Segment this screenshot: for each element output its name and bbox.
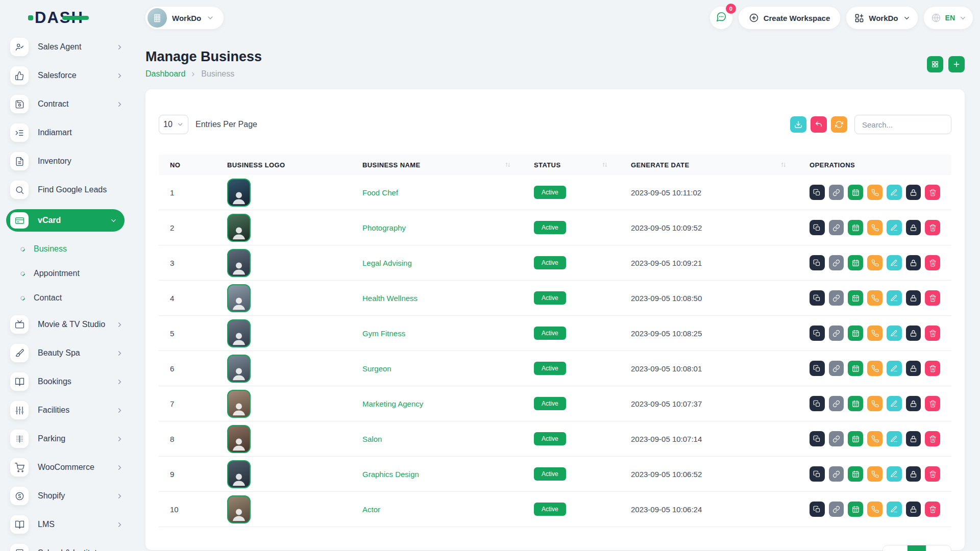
undo-button[interactable] — [811, 116, 827, 133]
contact-button[interactable] — [867, 255, 883, 270]
edit-button[interactable] — [887, 431, 902, 446]
sidebar-item-inventory[interactable]: Inventory — [10, 152, 133, 170]
contact-button[interactable] — [867, 325, 883, 341]
business-name-link[interactable]: Marketing Agency — [362, 399, 423, 408]
appointment-button[interactable] — [848, 325, 863, 341]
link-button[interactable] — [829, 325, 844, 341]
link-button[interactable] — [829, 396, 844, 411]
column-header-no[interactable]: NO — [159, 161, 216, 169]
sidebar-item-contract[interactable]: Contract — [10, 95, 133, 113]
pagination-next[interactable] — [926, 545, 951, 551]
copy-button[interactable] — [810, 466, 825, 482]
business-name-link[interactable]: Gym Fitness — [362, 329, 405, 338]
edit-button[interactable] — [887, 466, 902, 482]
contact-button[interactable] — [867, 220, 883, 235]
edit-button[interactable] — [887, 255, 902, 270]
sidebar-item-sales-agent[interactable]: Sales Agent — [10, 38, 133, 56]
business-name-link[interactable]: Food Chef — [362, 188, 398, 197]
edit-button[interactable] — [887, 325, 902, 341]
contact-button[interactable] — [867, 290, 883, 306]
edit-button[interactable] — [887, 185, 902, 200]
delete-button[interactable] — [925, 431, 940, 446]
sidebar-item-bookings[interactable]: Bookings — [10, 372, 133, 391]
appointment-button[interactable] — [848, 255, 863, 270]
business-name-link[interactable]: Salon — [362, 435, 382, 443]
lock-button[interactable] — [906, 220, 921, 235]
business-name-link[interactable]: Legal Advising — [362, 259, 412, 267]
create-workspace-button[interactable]: Create Workspace — [739, 7, 841, 29]
lock-button[interactable] — [906, 502, 921, 517]
app-logo[interactable]: DASH — [0, 0, 133, 36]
lock-button[interactable] — [906, 290, 921, 306]
lock-button[interactable] — [906, 361, 921, 376]
delete-button[interactable] — [925, 466, 940, 482]
edit-button[interactable] — [887, 220, 902, 235]
sidebar-item-lms[interactable]: LMS — [10, 515, 133, 534]
contact-button[interactable] — [867, 502, 883, 517]
delete-button[interactable] — [925, 502, 940, 517]
sidebar-item-woocommerce[interactable]: WooCommerce — [10, 458, 133, 477]
sidebar-item-facilities[interactable]: Facilities — [10, 401, 133, 419]
sidebar-item-indiamart[interactable]: Indiamart — [10, 123, 133, 142]
copy-button[interactable] — [810, 431, 825, 446]
copy-button[interactable] — [810, 290, 825, 306]
appointment-button[interactable] — [848, 290, 863, 306]
pagination-page-1[interactable] — [908, 545, 926, 551]
link-button[interactable] — [829, 290, 844, 306]
sidebar-item-shopify[interactable]: Shopify — [10, 487, 133, 505]
column-header-generate-date[interactable]: GENERATE DATE — [620, 161, 798, 169]
edit-button[interactable] — [887, 361, 902, 376]
workspace-selector[interactable]: WorkDo — [145, 7, 224, 29]
entries-per-page-select[interactable]: 10 — [159, 115, 188, 134]
sidebar-subitem-contact[interactable]: Contact — [10, 291, 133, 305]
contact-button[interactable] — [867, 396, 883, 411]
sidebar-item-beauty-spa[interactable]: Beauty Spa — [10, 344, 133, 362]
column-header-business-logo[interactable]: BUSINESS LOGO — [216, 161, 351, 169]
column-header-status[interactable]: STATUS — [523, 161, 620, 169]
appointment-button[interactable] — [848, 431, 863, 446]
delete-button[interactable] — [925, 220, 940, 235]
sidebar-item-vcard[interactable]: vCard — [6, 209, 125, 232]
language-selector[interactable]: EN — [924, 7, 973, 29]
column-header-business-name[interactable]: BUSINESS NAME — [351, 161, 523, 169]
edit-button[interactable] — [887, 290, 902, 306]
app-switcher-button[interactable]: WorkDo — [846, 7, 917, 29]
sidebar-item-find-google-leads[interactable]: Find Google Leads — [10, 181, 133, 199]
delete-button[interactable] — [925, 361, 940, 376]
breadcrumb-dashboard-link[interactable]: Dashboard — [145, 69, 185, 79]
appointment-button[interactable] — [848, 466, 863, 482]
copy-button[interactable] — [810, 185, 825, 200]
link-button[interactable] — [829, 502, 844, 517]
delete-button[interactable] — [925, 325, 940, 341]
appointment-button[interactable] — [848, 220, 863, 235]
lock-button[interactable] — [906, 185, 921, 200]
sidebar-subitem-business[interactable]: Business — [10, 242, 133, 256]
edit-button[interactable] — [887, 396, 902, 411]
lock-button[interactable] — [906, 466, 921, 482]
appointment-button[interactable] — [848, 185, 863, 200]
sidebar-item-movie-tv-studio[interactable]: Movie & TV Studio — [10, 315, 133, 334]
copy-button[interactable] — [810, 502, 825, 517]
sort-icon[interactable] — [504, 161, 511, 168]
business-name-link[interactable]: Photography — [362, 223, 406, 232]
link-button[interactable] — [829, 220, 844, 235]
copy-button[interactable] — [810, 255, 825, 270]
delete-button[interactable] — [925, 255, 940, 270]
sidebar-item-salesforce[interactable]: Salesforce — [10, 66, 133, 85]
business-name-link[interactable]: Actor — [362, 505, 380, 514]
business-name-link[interactable]: Health Wellness — [362, 294, 418, 303]
link-button[interactable] — [829, 255, 844, 270]
delete-button[interactable] — [925, 185, 940, 200]
appointment-button[interactable] — [848, 396, 863, 411]
copy-button[interactable] — [810, 220, 825, 235]
lock-button[interactable] — [906, 325, 921, 341]
link-button[interactable] — [829, 185, 844, 200]
sidebar-item-parking[interactable]: Parking — [10, 430, 133, 448]
sidebar-item-school-institute[interactable]: School & Institute — [10, 544, 133, 551]
appointment-button[interactable] — [848, 361, 863, 376]
pagination-previous[interactable] — [883, 545, 908, 551]
copy-button[interactable] — [810, 361, 825, 376]
link-button[interactable] — [829, 466, 844, 482]
business-name-link[interactable]: Graphics Design — [362, 470, 419, 479]
sort-icon[interactable] — [780, 161, 787, 168]
